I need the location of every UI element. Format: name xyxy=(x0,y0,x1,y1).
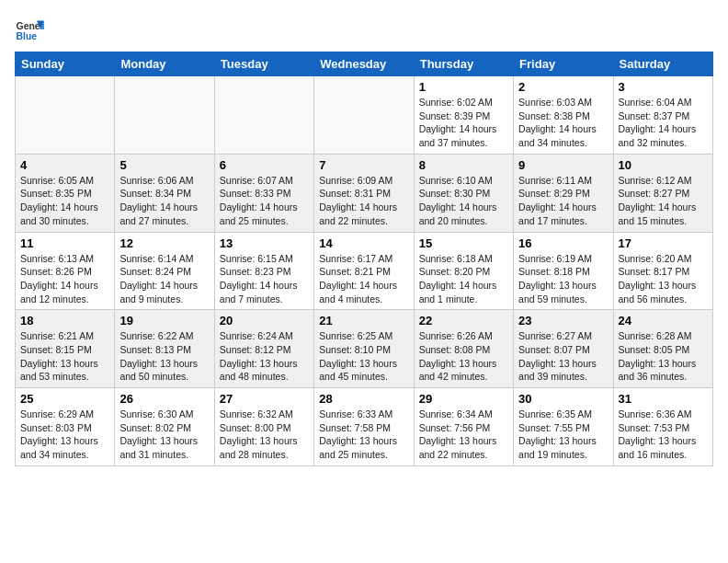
day-info: Sunrise: 6:35 AM Sunset: 7:55 PM Dayligh… xyxy=(518,408,608,462)
week-row-4: 18Sunrise: 6:21 AM Sunset: 8:15 PM Dayli… xyxy=(16,310,713,388)
day-cell-30: 30Sunrise: 6:35 AM Sunset: 7:55 PM Dayli… xyxy=(514,388,613,466)
day-cell-26: 26Sunrise: 6:30 AM Sunset: 8:02 PM Dayli… xyxy=(115,388,214,466)
day-cell-6: 6Sunrise: 6:07 AM Sunset: 8:33 PM Daylig… xyxy=(214,154,313,232)
day-cell-25: 25Sunrise: 6:29 AM Sunset: 8:03 PM Dayli… xyxy=(16,388,115,466)
day-cell-27: 27Sunrise: 6:32 AM Sunset: 8:00 PM Dayli… xyxy=(214,388,313,466)
day-cell-23: 23Sunrise: 6:27 AM Sunset: 8:07 PM Dayli… xyxy=(514,310,613,388)
day-cell-21: 21Sunrise: 6:25 AM Sunset: 8:10 PM Dayli… xyxy=(314,310,414,388)
day-cell-4: 4Sunrise: 6:05 AM Sunset: 8:35 PM Daylig… xyxy=(16,154,115,232)
day-cell-18: 18Sunrise: 6:21 AM Sunset: 8:15 PM Dayli… xyxy=(16,310,115,388)
day-info: Sunrise: 6:27 AM Sunset: 8:07 PM Dayligh… xyxy=(518,329,608,384)
day-cell-11: 11Sunrise: 6:13 AM Sunset: 8:26 PM Dayli… xyxy=(16,232,115,310)
day-number: 19 xyxy=(119,314,209,327)
day-cell-12: 12Sunrise: 6:14 AM Sunset: 8:24 PM Dayli… xyxy=(115,232,214,310)
day-number: 14 xyxy=(319,236,408,250)
day-info: Sunrise: 6:25 AM Sunset: 8:10 PM Dayligh… xyxy=(319,329,408,384)
day-cell-9: 9Sunrise: 6:11 AM Sunset: 8:29 PM Daylig… xyxy=(514,154,613,232)
day-number: 31 xyxy=(619,392,708,406)
day-number: 22 xyxy=(419,314,508,327)
day-cell-8: 8Sunrise: 6:10 AM Sunset: 8:30 PM Daylig… xyxy=(414,154,513,232)
day-cell-31: 31Sunrise: 6:36 AM Sunset: 7:53 PM Dayli… xyxy=(613,388,712,466)
empty-cell xyxy=(314,76,414,155)
day-cell-17: 17Sunrise: 6:20 AM Sunset: 8:17 PM Dayli… xyxy=(613,232,712,310)
day-cell-5: 5Sunrise: 6:06 AM Sunset: 8:34 PM Daylig… xyxy=(115,154,214,232)
day-cell-24: 24Sunrise: 6:28 AM Sunset: 8:05 PM Dayli… xyxy=(613,310,712,388)
day-number: 18 xyxy=(20,314,109,327)
day-number: 12 xyxy=(119,236,209,250)
day-info: Sunrise: 6:13 AM Sunset: 8:26 PM Dayligh… xyxy=(20,252,109,306)
day-info: Sunrise: 6:06 AM Sunset: 8:34 PM Dayligh… xyxy=(119,174,209,228)
day-info: Sunrise: 6:09 AM Sunset: 8:31 PM Dayligh… xyxy=(319,174,408,228)
day-info: Sunrise: 6:33 AM Sunset: 7:58 PM Dayligh… xyxy=(319,408,408,462)
day-info: Sunrise: 6:19 AM Sunset: 8:18 PM Dayligh… xyxy=(518,252,608,306)
day-info: Sunrise: 6:20 AM Sunset: 8:17 PM Dayligh… xyxy=(619,252,708,306)
day-number: 1 xyxy=(419,80,508,94)
week-row-1: 1Sunrise: 6:02 AM Sunset: 8:39 PM Daylig… xyxy=(16,76,713,155)
day-cell-15: 15Sunrise: 6:18 AM Sunset: 8:20 PM Dayli… xyxy=(414,232,513,310)
day-number: 21 xyxy=(319,314,408,327)
day-cell-13: 13Sunrise: 6:15 AM Sunset: 8:23 PM Dayli… xyxy=(214,232,313,310)
day-number: 10 xyxy=(619,158,708,172)
day-number: 11 xyxy=(20,236,109,250)
day-cell-7: 7Sunrise: 6:09 AM Sunset: 8:31 PM Daylig… xyxy=(314,154,414,232)
day-info: Sunrise: 6:28 AM Sunset: 8:05 PM Dayligh… xyxy=(619,329,708,384)
day-number: 27 xyxy=(220,392,309,406)
day-cell-16: 16Sunrise: 6:19 AM Sunset: 8:18 PM Dayli… xyxy=(514,232,613,310)
weekday-header-thursday: Thursday xyxy=(414,52,513,76)
day-cell-2: 2Sunrise: 6:03 AM Sunset: 8:38 PM Daylig… xyxy=(514,76,613,155)
weekday-header-friday: Friday xyxy=(514,52,613,76)
week-row-5: 25Sunrise: 6:29 AM Sunset: 8:03 PM Dayli… xyxy=(16,388,713,466)
day-info: Sunrise: 6:30 AM Sunset: 8:02 PM Dayligh… xyxy=(119,408,209,462)
day-number: 29 xyxy=(419,392,508,406)
weekday-header-tuesday: Tuesday xyxy=(214,52,313,76)
day-number: 8 xyxy=(419,158,508,172)
day-cell-14: 14Sunrise: 6:17 AM Sunset: 8:21 PM Dayli… xyxy=(314,232,414,310)
empty-cell xyxy=(16,76,115,155)
day-info: Sunrise: 6:26 AM Sunset: 8:08 PM Dayligh… xyxy=(419,329,508,384)
day-cell-22: 22Sunrise: 6:26 AM Sunset: 8:08 PM Dayli… xyxy=(414,310,513,388)
day-number: 15 xyxy=(419,236,508,250)
day-info: Sunrise: 6:02 AM Sunset: 8:39 PM Dayligh… xyxy=(419,96,508,150)
day-cell-10: 10Sunrise: 6:12 AM Sunset: 8:27 PM Dayli… xyxy=(613,154,712,232)
day-number: 13 xyxy=(220,236,309,250)
day-info: Sunrise: 6:04 AM Sunset: 8:37 PM Dayligh… xyxy=(619,96,708,150)
weekday-header-saturday: Saturday xyxy=(613,52,712,76)
svg-text:Blue: Blue xyxy=(17,31,38,41)
day-number: 17 xyxy=(619,236,708,250)
weekday-header-wednesday: Wednesday xyxy=(314,52,414,76)
day-info: Sunrise: 6:24 AM Sunset: 8:12 PM Dayligh… xyxy=(220,329,309,384)
page-header: General Blue xyxy=(15,15,713,44)
day-info: Sunrise: 6:07 AM Sunset: 8:33 PM Dayligh… xyxy=(220,174,309,228)
day-number: 28 xyxy=(319,392,408,406)
logo-icon: General Blue xyxy=(15,15,44,44)
day-cell-20: 20Sunrise: 6:24 AM Sunset: 8:12 PM Dayli… xyxy=(214,310,313,388)
day-info: Sunrise: 6:21 AM Sunset: 8:15 PM Dayligh… xyxy=(20,329,109,384)
day-info: Sunrise: 6:22 AM Sunset: 8:13 PM Dayligh… xyxy=(119,329,209,384)
day-info: Sunrise: 6:32 AM Sunset: 8:00 PM Dayligh… xyxy=(220,408,309,462)
empty-cell xyxy=(214,76,313,155)
day-info: Sunrise: 6:34 AM Sunset: 7:56 PM Dayligh… xyxy=(419,408,508,462)
day-cell-3: 3Sunrise: 6:04 AM Sunset: 8:37 PM Daylig… xyxy=(613,76,712,155)
day-number: 23 xyxy=(518,314,608,327)
week-row-2: 4Sunrise: 6:05 AM Sunset: 8:35 PM Daylig… xyxy=(16,154,713,232)
day-info: Sunrise: 6:29 AM Sunset: 8:03 PM Dayligh… xyxy=(20,408,109,462)
day-info: Sunrise: 6:36 AM Sunset: 7:53 PM Dayligh… xyxy=(619,408,708,462)
day-cell-28: 28Sunrise: 6:33 AM Sunset: 7:58 PM Dayli… xyxy=(314,388,414,466)
day-number: 6 xyxy=(220,158,309,172)
day-info: Sunrise: 6:14 AM Sunset: 8:24 PM Dayligh… xyxy=(119,252,209,306)
week-row-3: 11Sunrise: 6:13 AM Sunset: 8:26 PM Dayli… xyxy=(16,232,713,310)
day-number: 20 xyxy=(220,314,309,327)
day-cell-1: 1Sunrise: 6:02 AM Sunset: 8:39 PM Daylig… xyxy=(414,76,513,155)
day-info: Sunrise: 6:17 AM Sunset: 8:21 PM Dayligh… xyxy=(319,252,408,306)
day-number: 30 xyxy=(518,392,608,406)
day-number: 9 xyxy=(518,158,608,172)
day-number: 26 xyxy=(119,392,209,406)
day-info: Sunrise: 6:18 AM Sunset: 8:20 PM Dayligh… xyxy=(419,252,508,306)
logo: General Blue xyxy=(15,15,44,44)
day-info: Sunrise: 6:05 AM Sunset: 8:35 PM Dayligh… xyxy=(20,174,109,228)
calendar-table: SundayMondayTuesdayWednesdayThursdayFrid… xyxy=(15,52,713,466)
weekday-header-monday: Monday xyxy=(115,52,214,76)
day-number: 2 xyxy=(518,80,608,94)
day-cell-29: 29Sunrise: 6:34 AM Sunset: 7:56 PM Dayli… xyxy=(414,388,513,466)
day-number: 16 xyxy=(518,236,608,250)
